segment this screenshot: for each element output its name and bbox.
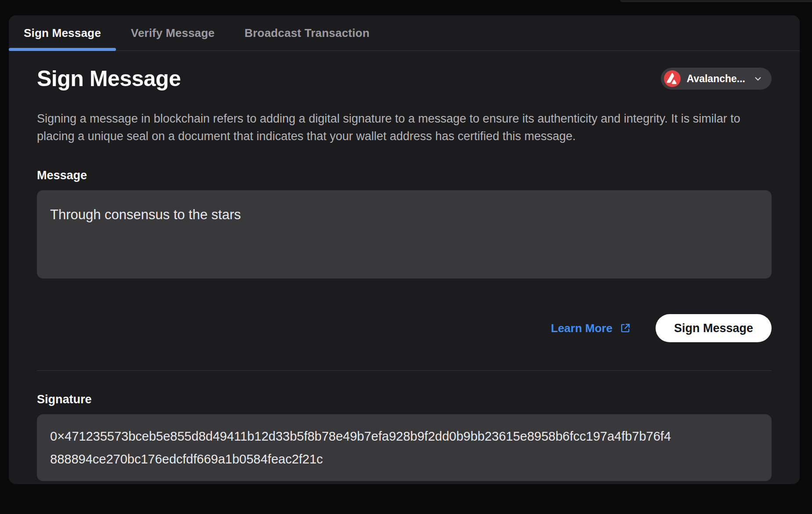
learn-more-label: Learn More — [551, 322, 613, 335]
card-content: Sign Message Avalanche... Signing a mess… — [9, 66, 800, 481]
signature-label: Signature — [37, 393, 772, 406]
message-label: Message — [37, 169, 772, 182]
signature-output-box: 0×471235573bceb5e855d8d49411b12d33b5f8b7… — [37, 414, 772, 481]
tab-verify-message[interactable]: Verify Message — [116, 15, 230, 51]
browser-chrome-edge — [620, 0, 812, 2]
sign-message-button[interactable]: Sign Message — [656, 314, 772, 342]
network-name: Avalanche... — [687, 73, 745, 85]
sign-message-card: Sign Message Verify Message Broadcast Tr… — [9, 15, 800, 484]
tab-broadcast-transaction-label: Broadcast Transaction — [245, 26, 370, 40]
active-tab-underline — [9, 48, 116, 51]
external-link-icon — [619, 322, 631, 334]
tab-sign-message-label: Sign Message — [24, 26, 101, 40]
chevron-down-icon — [753, 74, 763, 83]
tab-broadcast-transaction[interactable]: Broadcast Transaction — [230, 15, 385, 51]
tab-verify-message-label: Verify Message — [131, 26, 215, 40]
header-row: Sign Message Avalanche... — [37, 66, 772, 91]
tab-sign-message[interactable]: Sign Message — [9, 15, 116, 51]
message-input[interactable]: Through consensus to the stars — [37, 190, 772, 279]
network-selector[interactable]: Avalanche... — [661, 68, 772, 90]
section-divider — [37, 370, 772, 371]
description-text: Signing a message in blockchain refers t… — [37, 110, 772, 145]
learn-more-link[interactable]: Learn More — [551, 322, 631, 335]
page-title: Sign Message — [37, 66, 181, 91]
sign-message-button-label: Sign Message — [674, 322, 753, 335]
signature-value: 0×471235573bceb5e855d8d49411b12d33b5f8b7… — [50, 425, 674, 471]
avalanche-logo-icon — [664, 70, 681, 87]
tabbar: Sign Message Verify Message Broadcast Tr… — [9, 15, 800, 51]
actions-row: Learn More Sign Message — [37, 314, 772, 342]
